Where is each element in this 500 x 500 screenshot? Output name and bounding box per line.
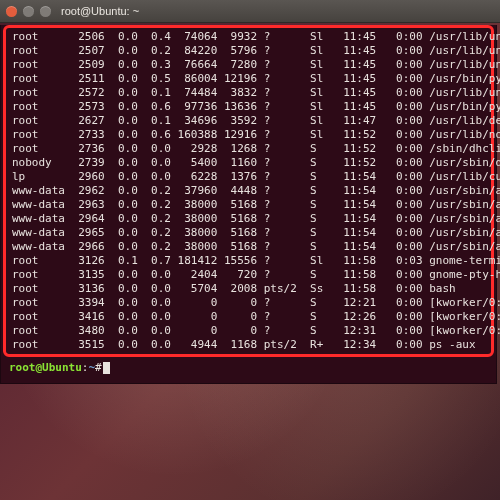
process-list-output: root 2506 0.0 0.4 74064 9932 ? Sl 11:45 … xyxy=(12,30,491,352)
minimize-icon[interactable] xyxy=(23,6,34,17)
window-title: root@Ubuntu: ~ xyxy=(61,5,139,17)
prompt-sep2: # xyxy=(95,361,102,374)
prompt-userhost: root@Ubuntu xyxy=(9,361,82,374)
close-icon[interactable] xyxy=(6,6,17,17)
window-titlebar[interactable]: root@Ubuntu: ~ xyxy=(0,0,500,23)
shell-prompt[interactable]: root@Ubuntu:~# xyxy=(1,357,496,383)
window-buttons xyxy=(6,6,51,17)
selection-highlight: root 2506 0.0 0.4 74064 9932 ? Sl 11:45 … xyxy=(3,25,494,357)
terminal-window[interactable]: root 2506 0.0 0.4 74064 9932 ? Sl 11:45 … xyxy=(0,25,497,384)
cursor-icon xyxy=(103,362,110,374)
maximize-icon[interactable] xyxy=(40,6,51,17)
